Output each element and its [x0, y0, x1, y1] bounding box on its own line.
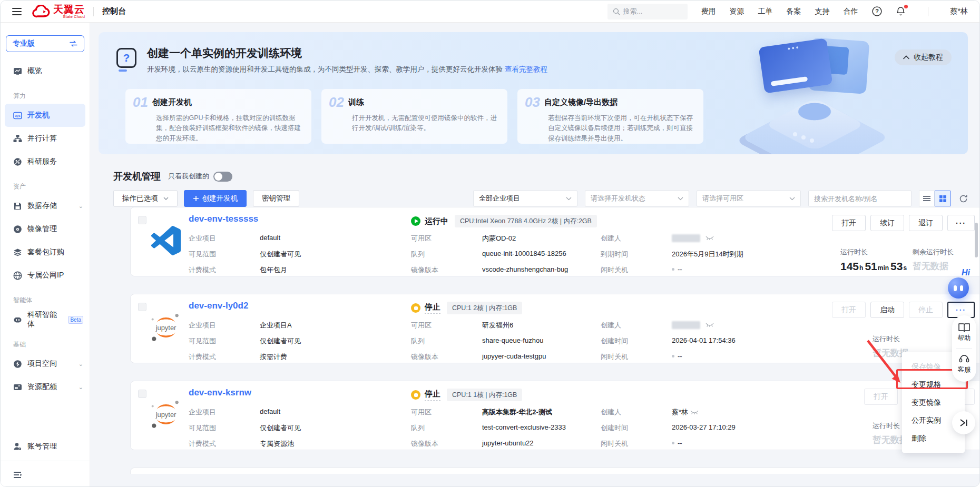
machine-name-link[interactable]: dev-env-ksrnw	[189, 387, 251, 398]
eye-closed-icon[interactable]	[705, 236, 714, 241]
creator-value: 蔡*林	[672, 408, 699, 418]
help-entry[interactable]: 帮助	[952, 323, 976, 343]
field-label: 队列	[411, 336, 482, 347]
collapse-tutorial-button[interactable]: 收起教程	[895, 49, 952, 65]
more-actions-button[interactable]: ···	[947, 215, 975, 231]
palette-icon	[13, 157, 22, 166]
machine-search[interactable]	[808, 190, 912, 207]
sidebar-item-image-management[interactable]: 镜像管理	[1, 217, 90, 241]
sidebar-item-package-purchase[interactable]: 套餐包订购	[1, 241, 90, 264]
row-checkbox[interactable]	[138, 303, 146, 311]
machine-name-link[interactable]: dev-env-tesssss	[189, 214, 258, 224]
edition-switch-button[interactable]: 专业版	[6, 35, 84, 52]
eye-closed-icon[interactable]	[690, 410, 699, 415]
field-label: 计费模式	[189, 352, 260, 363]
app-window: 天翼云 State Cloud 控制台 费用 资源 工单 备案 支持 合作 ?	[0, 0, 980, 487]
renew-button[interactable]: 续订	[870, 215, 904, 231]
bolt-icon	[13, 360, 22, 369]
step-description: 若想保存当前环境下次使用，可在开机状态下保存自定义镜像以备后续使用；若训练完成，…	[548, 113, 694, 144]
sidebar-item-research-agent[interactable]: 科研智能体 Beta	[1, 308, 90, 331]
help-circle-icon[interactable]: ?	[872, 6, 882, 16]
notification-dot	[904, 5, 908, 8]
zone-filter-select[interactable]: 请选择可用区	[697, 190, 801, 207]
field-value: 仅创建者可见	[260, 423, 301, 434]
nav-resources[interactable]: 资源	[730, 7, 744, 16]
field-label: 企业项目	[189, 321, 260, 331]
step-number: 02	[329, 95, 344, 109]
nav-cooperation[interactable]: 合作	[844, 7, 858, 16]
open-button[interactable]: 打开	[864, 389, 898, 405]
sidebar-section-basics: 基础	[1, 331, 90, 352]
jupyter-icon: jupyter	[150, 311, 182, 344]
sidebar-item-public-ip[interactable]: 专属公网IP	[1, 264, 90, 287]
assistant-widget[interactable]: Hi	[948, 268, 977, 299]
notification-bell-icon[interactable]	[896, 6, 906, 16]
console-title[interactable]: 控制台	[102, 6, 126, 16]
machine-search-input[interactable]	[814, 195, 907, 203]
machine-card-dev-env-ksrnw: jupyter dev-env-ksrnw 企业项目default 可见范围仅创…	[130, 381, 979, 450]
hamburger-menu-icon[interactable]	[12, 8, 22, 15]
field-value: test-convert-exclusive-2333	[482, 423, 566, 434]
field-label: 企业项目	[189, 408, 260, 418]
global-search-input[interactable]	[623, 7, 676, 15]
field-value: --	[672, 265, 682, 276]
list-view-icon[interactable]	[919, 191, 935, 206]
view-toggle	[919, 191, 950, 206]
start-button[interactable]: 启动	[870, 302, 904, 318]
full-tutorial-link[interactable]: 查看完整教程	[505, 65, 547, 73]
nav-support[interactable]: 支持	[815, 7, 830, 16]
field-label: 可用区	[411, 234, 482, 244]
eye-closed-icon[interactable]	[705, 323, 714, 327]
pill-divider	[956, 348, 972, 349]
customer-service-entry[interactable]: 客服	[952, 354, 976, 374]
username[interactable]: 蔡*林	[950, 7, 968, 16]
field-label: 镜像版本	[411, 265, 482, 276]
status-filter-select[interactable]: 请选择开发机状态	[585, 190, 689, 207]
unsubscribe-button[interactable]: 退订	[909, 215, 943, 231]
panel-collapse-button[interactable]	[952, 411, 975, 434]
field-label: 队列	[411, 423, 482, 434]
global-search[interactable]	[607, 4, 688, 19]
menu-item-delete[interactable]: 删除	[902, 430, 965, 448]
field-value: --	[672, 439, 682, 450]
sidebar-item-account-management[interactable]: 账号管理	[1, 434, 90, 459]
open-button[interactable]: 打开	[832, 302, 866, 318]
nav-tickets[interactable]: 工单	[758, 7, 773, 16]
nav-filing[interactable]: 备案	[787, 7, 801, 16]
overview-chart-icon	[13, 67, 22, 76]
sidebar-item-devmachine[interactable]: </> 开发机	[5, 104, 85, 127]
field-label: 企业项目	[189, 234, 260, 244]
refresh-icon[interactable]	[959, 194, 968, 203]
project-filter-select[interactable]: 全部企业项目	[473, 190, 577, 207]
menu-item-change-spec[interactable]: 变更规格	[902, 376, 965, 394]
sidebar-item-project-space[interactable]: 项目空间 ⌄	[1, 352, 90, 375]
jupyter-icon: jupyter	[150, 398, 182, 431]
scrollbar-thumb[interactable]	[975, 223, 978, 257]
field-value: queue-init-10001845-18256	[482, 250, 566, 260]
sidebar-item-resource-quota[interactable]: 资源配额 ⌄	[1, 375, 90, 399]
sidebar-collapse-icon[interactable]	[1, 463, 90, 486]
key-management-button[interactable]: 密钥管理	[253, 190, 299, 207]
create-devmachine-button[interactable]: 创建开发机	[184, 190, 247, 207]
field-value: default	[260, 234, 280, 244]
sidebar-item-overview[interactable]: 概览	[1, 59, 90, 83]
open-button[interactable]: 打开	[832, 215, 866, 231]
menu-item-change-image[interactable]: 变更镜像	[902, 394, 965, 412]
row-checkbox[interactable]	[138, 390, 146, 398]
status-stopped-icon	[411, 390, 420, 400]
row-checkbox[interactable]	[138, 216, 146, 224]
stop-button[interactable]: 停止	[909, 302, 943, 318]
batch-actions-dropdown[interactable]: 操作已选项	[113, 190, 178, 207]
sidebar-item-data-storage[interactable]: 数据存储 ⌄	[1, 194, 90, 217]
globe-icon	[13, 271, 22, 280]
sidebar-item-research-services[interactable]: 科研服务	[1, 150, 90, 173]
sidebar-item-parallel-computing[interactable]: 并行计算	[1, 127, 90, 150]
nav-billing[interactable]: 费用	[701, 7, 716, 16]
brand-logo[interactable]: 天翼云 State Cloud	[32, 4, 85, 19]
machine-name-link[interactable]: dev-env-ly0d2	[189, 301, 248, 311]
chevron-down-icon	[789, 197, 795, 201]
card-view-icon[interactable]	[935, 191, 950, 206]
only-mine-toggle[interactable]	[213, 172, 232, 182]
field-value: 按需计费	[260, 352, 287, 363]
assistant-robot-icon[interactable]	[948, 277, 969, 299]
